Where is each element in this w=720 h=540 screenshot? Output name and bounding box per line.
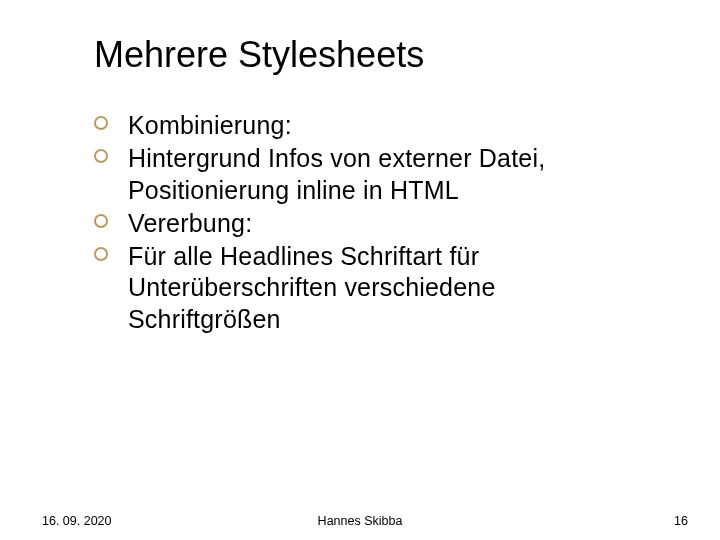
slide-title: Mehrere Stylesheets [94, 34, 424, 76]
list-item: Kombinierung: [94, 110, 654, 141]
list-item: Vererbung: [94, 208, 654, 239]
slide-body: Kombinierung: Hintergrund Infos von exte… [94, 110, 654, 337]
bullet-list: Kombinierung: Hintergrund Infos von exte… [94, 110, 654, 335]
circle-bullet-icon [94, 247, 108, 261]
list-item-text: Hintergrund Infos von externer Datei, Po… [128, 144, 545, 203]
list-item: Hintergrund Infos von externer Datei, Po… [94, 143, 654, 206]
slide-footer: 16. 09. 2020 Hannes Skibba 16 [0, 508, 720, 528]
footer-page-number: 16 [674, 514, 688, 528]
footer-author: Hannes Skibba [0, 514, 720, 528]
list-item-text: Für alle Headlines Schriftart für Unterü… [128, 242, 496, 333]
list-item: Für alle Headlines Schriftart für Unterü… [94, 241, 654, 335]
circle-bullet-icon [94, 116, 108, 130]
circle-bullet-icon [94, 214, 108, 228]
circle-bullet-icon [94, 149, 108, 163]
list-item-text: Vererbung: [128, 209, 252, 237]
slide: Mehrere Stylesheets Kombinierung: Hinter… [0, 0, 720, 540]
list-item-text: Kombinierung: [128, 111, 292, 139]
